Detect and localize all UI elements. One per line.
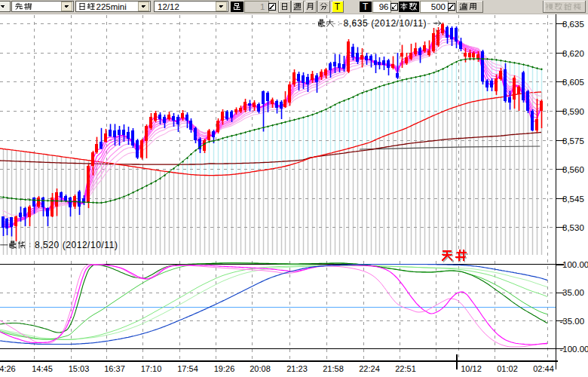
svg-text:1: 1	[260, 2, 265, 11]
svg-text:-100.00: -100.00	[560, 345, 588, 354]
svg-text:225mini: 225mini	[96, 2, 127, 11]
svg-text:20:08: 20:08	[250, 364, 271, 373]
svg-text:02:44: 02:44	[533, 364, 554, 373]
svg-text:22:24: 22:24	[359, 364, 380, 373]
svg-text:17:54: 17:54	[177, 364, 198, 373]
svg-text:8,620: 8,620	[562, 49, 584, 58]
svg-text:8,635 (2012/10/11): 8,635 (2012/10/11)	[344, 18, 427, 29]
svg-text:500: 500	[431, 2, 446, 11]
svg-text:T: T	[363, 2, 369, 12]
svg-text:01:02: 01:02	[497, 364, 518, 373]
svg-text:17:10: 17:10	[141, 364, 162, 373]
svg-text:19:26: 19:26	[214, 364, 235, 373]
svg-text:8,590: 8,590	[562, 107, 584, 116]
svg-text:14:45: 14:45	[32, 364, 53, 373]
svg-text:8,605: 8,605	[562, 78, 584, 87]
svg-text:21:58: 21:58	[323, 364, 344, 373]
svg-text:12/12: 12/12	[158, 2, 179, 11]
svg-text:16:37: 16:37	[104, 364, 125, 373]
svg-text:96: 96	[379, 2, 389, 11]
svg-text:8,545: 8,545	[562, 195, 584, 204]
svg-text:8,530: 8,530	[562, 223, 584, 232]
svg-text:-35.00: -35.00	[560, 317, 585, 326]
svg-text:15:03: 15:03	[69, 364, 90, 373]
svg-text:8,575: 8,575	[562, 136, 584, 146]
svg-text:8,520 (2012/10/11): 8,520 (2012/10/11)	[35, 240, 118, 250]
svg-text:T: T	[335, 2, 341, 12]
svg-text:8,635: 8,635	[562, 20, 584, 29]
svg-text:100.00: 100.00	[562, 260, 588, 269]
svg-text:22:51: 22:51	[395, 364, 416, 373]
svg-text:21:23: 21:23	[286, 364, 308, 373]
svg-text:8,560: 8,560	[562, 165, 584, 174]
svg-text:4:26: 4:26	[0, 364, 16, 373]
svg-text:35.00: 35.00	[562, 288, 584, 297]
svg-text:10/12: 10/12	[461, 364, 482, 373]
